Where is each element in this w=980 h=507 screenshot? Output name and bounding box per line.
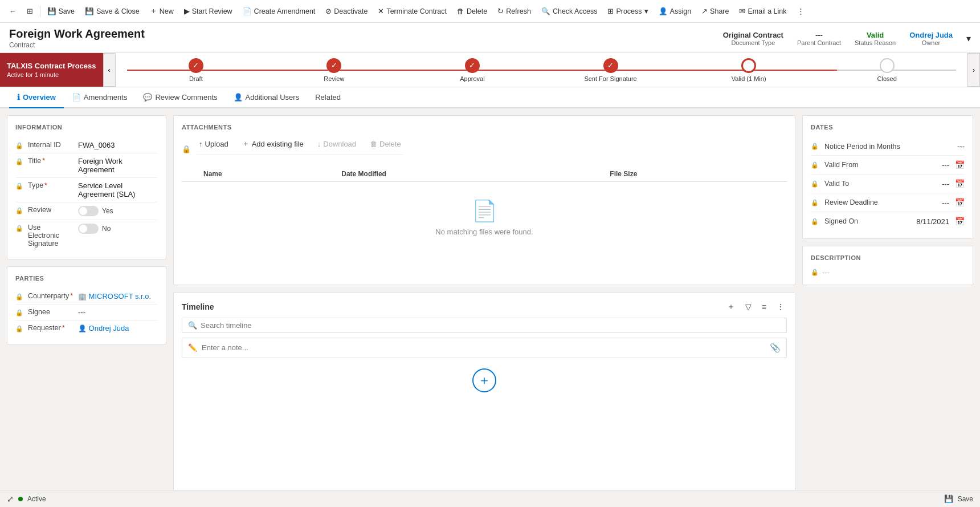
back-button[interactable]: ← — [5, 5, 21, 18]
add-existing-button[interactable]: ＋ Add existing file — [240, 137, 306, 150]
calendar-icon-review-deadline[interactable]: 📅 — [955, 198, 965, 207]
terminate-button[interactable]: ✕ Terminate Contract — [373, 5, 451, 18]
tab-users-icon: 👤 — [234, 93, 243, 102]
more-button[interactable]: ⋮ — [793, 5, 809, 18]
add-existing-icon: ＋ — [242, 139, 250, 149]
note-text-input[interactable] — [202, 343, 765, 352]
record-title-block: Foreign Work Agreement Contract — [9, 27, 145, 49]
field-requester: 🔒 Requester* 👤 Ondrej Juda — [15, 321, 158, 336]
check-access-button[interactable]: 🔍 Check Access — [537, 5, 602, 18]
step-signature[interactable]: ✓ Sent For Signature — [541, 58, 680, 82]
bottom-right: 💾 Save — [944, 494, 973, 499]
description-panel: DESCRITPTION 🔒 --- — [802, 246, 973, 285]
timeline-search[interactable]: 🔍 — [182, 318, 787, 333]
value-valid-from[interactable]: --- — [904, 161, 949, 169]
grid-button[interactable]: ⊞ — [22, 5, 38, 18]
electronic-toggle[interactable] — [78, 224, 99, 234]
tab-review-comments[interactable]: 💬 Review Comments — [135, 87, 225, 108]
toolbar: ← ⊞ 💾 Save 💾 Save & Close ＋ New ▶ Start … — [0, 0, 980, 23]
start-review-button[interactable]: ▶ Start Review — [179, 5, 237, 18]
bottom-left: ⤢ Active — [7, 494, 46, 500]
share-button[interactable]: ↗ Share — [697, 5, 733, 18]
attachments-toolbar: ↑ Upload ＋ Add existing file ↓ Download … — [197, 137, 403, 155]
process-label: TALXIS Contract Process Active for 1 min… — [0, 53, 103, 87]
value-requester[interactable]: 👤 Ondrej Juda — [78, 324, 158, 332]
process-next-button[interactable]: › — [967, 53, 980, 87]
download-button[interactable]: ↓ Download — [315, 139, 358, 149]
timeline-note-input[interactable]: ✏️ 📎 — [182, 338, 787, 358]
information-title: INFORMATION — [15, 124, 158, 131]
value-signed-on[interactable]: 8/11/2021 — [904, 217, 949, 226]
assign-button[interactable]: 👤 Assign — [654, 5, 696, 18]
calendar-icon-valid-to[interactable]: 📅 — [955, 179, 965, 188]
review-toggle[interactable] — [78, 206, 99, 216]
value-signee[interactable]: --- — [78, 308, 158, 317]
attach-lock-icon: 🔒 — [182, 145, 191, 153]
step-circle-approval: ✓ — [465, 58, 480, 73]
tab-overview[interactable]: ℹ Overview — [9, 87, 64, 108]
check-access-icon: 🔍 — [541, 7, 550, 15]
timeline-add-circle-button[interactable]: ＋ — [472, 368, 496, 392]
calendar-icon-signed-on[interactable]: 📅 — [955, 217, 965, 226]
deactivate-button[interactable]: ⊘ Deactivate — [321, 5, 372, 18]
email-link-button[interactable]: ✉ Email a Link — [734, 5, 791, 18]
create-amendment-button[interactable]: 📄 Create Amendment — [238, 5, 320, 18]
label-electronic: Use Electronic Signature — [28, 224, 74, 248]
clip-icon: 📎 — [770, 343, 781, 353]
tab-amendments[interactable]: 📄 Amendments — [64, 87, 136, 108]
step-label-signature: Sent For Signature — [584, 75, 636, 82]
lock-icon-electronic: 🔒 — [15, 225, 23, 232]
description-value[interactable]: --- — [822, 268, 830, 277]
pencil-icon: ✏️ — [188, 343, 197, 352]
attach-delete-button[interactable]: 🗑 Delete — [368, 139, 403, 149]
timeline-search-input[interactable] — [201, 321, 781, 330]
value-notice-period: --- — [919, 142, 965, 151]
steps-track: ✓ Draft ✓ Review ✓ Approval ✓ Sent For S… — [116, 53, 967, 87]
lock-icon-signed-on: 🔒 — [811, 218, 819, 225]
timeline-view-button[interactable]: ≡ — [760, 301, 769, 313]
tab-additional-users[interactable]: 👤 Additional Users — [226, 87, 308, 108]
step-label-approval: Approval — [460, 75, 484, 82]
add-existing-label: Add existing file — [252, 140, 304, 148]
process-button[interactable]: ⊞ Process ▾ — [603, 5, 652, 18]
attach-delete-icon: 🗑 — [370, 140, 377, 148]
left-column: INFORMATION 🔒 Internal ID FWA_0063 🔒 Tit… — [7, 115, 166, 492]
date-valid-to: 🔒 Valid To --- 📅 — [811, 175, 965, 193]
label-signee: Signee — [28, 308, 74, 316]
timeline-filter-button[interactable]: ▽ — [743, 301, 754, 313]
process-prev-button[interactable]: ‹ — [103, 53, 116, 87]
lock-icon-notice: 🔒 — [811, 143, 819, 150]
tab-related[interactable]: Related — [307, 87, 349, 108]
save-button[interactable]: 💾 Save — [43, 5, 80, 18]
step-review[interactable]: ✓ Review — [265, 58, 403, 82]
value-review-deadline[interactable]: --- — [904, 198, 949, 207]
save-close-button[interactable]: 💾 Save & Close — [80, 5, 144, 18]
step-valid[interactable]: Valid (1 Min) — [680, 58, 818, 82]
field-signee: 🔒 Signee --- — [15, 305, 158, 321]
upload-button[interactable]: ↑ Upload — [197, 139, 231, 149]
value-title[interactable]: Foreign Work Agreement — [78, 157, 158, 174]
attachments-table: Name Date Modified File Size — [182, 167, 787, 182]
value-counterparty[interactable]: 🏢 MICROSOFT s.r.o. — [78, 292, 158, 301]
new-button[interactable]: ＋ New — [145, 4, 178, 18]
new-icon: ＋ — [150, 6, 157, 16]
electronic-toggle-wrap: No — [78, 224, 111, 234]
step-draft[interactable]: ✓ Draft — [127, 58, 266, 82]
expand-button[interactable]: ⤢ — [7, 494, 14, 500]
delete-button[interactable]: 🗑 Delete — [452, 5, 492, 18]
step-closed[interactable]: Closed — [818, 58, 956, 82]
owner-value[interactable]: Ondrej Juda — [909, 31, 953, 39]
header-expand-button[interactable]: ▾ — [966, 33, 971, 44]
refresh-button[interactable]: ↻ Refresh — [493, 5, 536, 18]
date-review-deadline: 🔒 Review Deadline --- 📅 — [811, 193, 965, 212]
timeline-add-button[interactable]: ＋ — [725, 301, 737, 313]
timeline-more-button[interactable]: ⋮ — [774, 301, 787, 313]
status-dot — [18, 497, 23, 500]
tabs-bar: ℹ Overview 📄 Amendments 💬 Review Comment… — [0, 87, 980, 108]
value-type[interactable]: Service Level Agreement (SLA) — [78, 181, 158, 198]
value-valid-to[interactable]: --- — [904, 180, 949, 188]
tab-review-icon: 💬 — [143, 93, 152, 102]
step-approval[interactable]: ✓ Approval — [403, 58, 542, 82]
calendar-icon-valid-from[interactable]: 📅 — [955, 160, 965, 169]
counterparty-company-icon: 🏢 — [78, 293, 87, 301]
